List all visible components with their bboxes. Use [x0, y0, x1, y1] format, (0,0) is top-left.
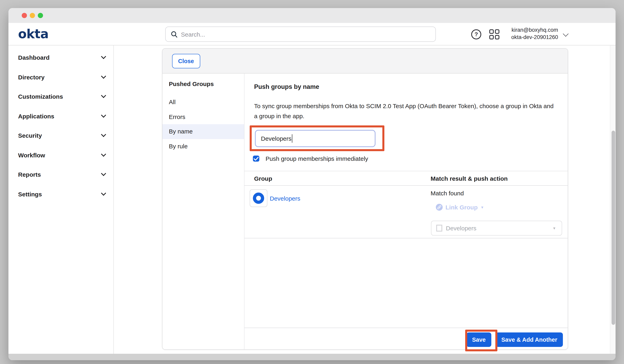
- app-group-value: Developers: [446, 225, 552, 232]
- form-heading: Push groups by name: [254, 83, 319, 90]
- search-icon: [171, 31, 178, 38]
- sidebar-item-security[interactable]: Security: [8, 126, 113, 145]
- group-name-value: Developers: [261, 135, 291, 142]
- app-group-icon: [436, 225, 442, 232]
- nav-item-by-rule[interactable]: By rule: [162, 139, 244, 154]
- table-header: Group Match result & push action: [244, 171, 568, 186]
- chevron-down-icon: [101, 132, 106, 137]
- minimize-window-icon[interactable]: [30, 13, 35, 18]
- sidebar: Dashboard Directory Customizations Appli…: [8, 45, 114, 354]
- okta-logo: okta: [18, 23, 49, 45]
- pushed-groups-nav: Pushed Groups All Errors By name By rule: [162, 74, 244, 349]
- checkbox-check-icon: [254, 157, 259, 161]
- column-group: Group: [254, 175, 272, 182]
- sidebar-item-settings[interactable]: Settings: [8, 184, 113, 204]
- group-name-link[interactable]: Developers: [270, 195, 300, 202]
- pushed-groups-panel: Close Pushed Groups All Errors By name B…: [162, 48, 568, 350]
- chevron-down-icon: [101, 190, 106, 196]
- search-input[interactable]: [178, 27, 435, 41]
- nav-item-all[interactable]: All: [162, 95, 244, 109]
- panel-toolbar: Close: [162, 49, 568, 74]
- browser-window: okta ? kiran@boxyhq.com okta-dev-2090126…: [8, 8, 616, 360]
- match-status: Match found: [431, 190, 464, 197]
- sidebar-item-reports[interactable]: Reports: [8, 165, 113, 184]
- form-footer: Save Save & Add Another: [244, 328, 568, 349]
- close-button[interactable]: Close: [172, 54, 200, 68]
- chevron-down-icon: [101, 152, 106, 156]
- table-row: Developers Match found Link Group ▼: [244, 186, 568, 238]
- zoom-window-icon[interactable]: [38, 13, 43, 18]
- sidebar-item-workflow[interactable]: Workflow: [8, 145, 113, 165]
- app-header: okta ? kiran@boxyhq.com okta-dev-2090126…: [8, 23, 616, 45]
- sidebar-item-dashboard[interactable]: Dashboard: [8, 48, 113, 67]
- chevron-down-icon: [101, 113, 106, 118]
- form-description: To sync group memberships from Okta to S…: [254, 101, 555, 121]
- sidebar-item-directory[interactable]: Directory: [8, 67, 113, 87]
- chevron-down-icon[interactable]: [563, 31, 569, 37]
- link-icon: [436, 204, 443, 211]
- link-group-dropdown[interactable]: Link Group ▼: [436, 204, 484, 211]
- column-match-result: Match result & push action: [431, 175, 508, 182]
- user-email: kiran@boxyhq.com: [511, 26, 558, 34]
- sidebar-item-applications[interactable]: Applications: [8, 106, 113, 126]
- scrollbar-track[interactable]: [610, 45, 616, 354]
- help-icon[interactable]: ?: [471, 29, 481, 39]
- push-groups-form: Push groups by name To sync group member…: [244, 74, 568, 349]
- push-immediately-row: Push group memberships immediately: [253, 155, 368, 162]
- chevron-down-icon: [101, 54, 106, 59]
- user-menu[interactable]: kiran@boxyhq.com okta-dev-20901260: [511, 26, 558, 41]
- nav-item-errors[interactable]: Errors: [162, 109, 244, 124]
- bottom-strip: [8, 354, 616, 360]
- screenshot-stage: okta ? kiran@boxyhq.com okta-dev-2090126…: [0, 0, 624, 364]
- pushed-groups-title: Pushed Groups: [169, 80, 214, 87]
- close-window-icon[interactable]: [22, 13, 27, 18]
- save-button[interactable]: Save: [467, 333, 491, 347]
- window-titlebar: [8, 8, 616, 23]
- group-name-input[interactable]: Developers: [255, 130, 376, 147]
- search-bar[interactable]: [165, 26, 436, 42]
- push-immediately-checkbox[interactable]: [253, 156, 259, 162]
- chevron-down-icon: [101, 74, 106, 78]
- app-group-select[interactable]: Developers ▼: [431, 221, 562, 235]
- select-caret-icon: ▼: [552, 226, 556, 230]
- apps-grid-icon[interactable]: [489, 29, 500, 39]
- sidebar-item-customizations[interactable]: Customizations: [8, 87, 113, 106]
- save-add-another-button[interactable]: Save & Add Another: [496, 333, 563, 347]
- push-immediately-label: Push group memberships immediately: [265, 155, 368, 162]
- org-name: okta-dev-20901260: [511, 34, 558, 41]
- text-caret: [292, 134, 292, 143]
- nav-item-by-name[interactable]: By name: [162, 124, 244, 139]
- caret-down-icon: ▼: [480, 205, 484, 209]
- chevron-down-icon: [101, 171, 106, 176]
- group-icon-card: [250, 189, 267, 207]
- group-donut-icon: [253, 193, 264, 204]
- chevron-down-icon: [101, 93, 106, 98]
- link-group-label: Link Group: [445, 204, 478, 211]
- scrollbar-thumb[interactable]: [611, 131, 615, 325]
